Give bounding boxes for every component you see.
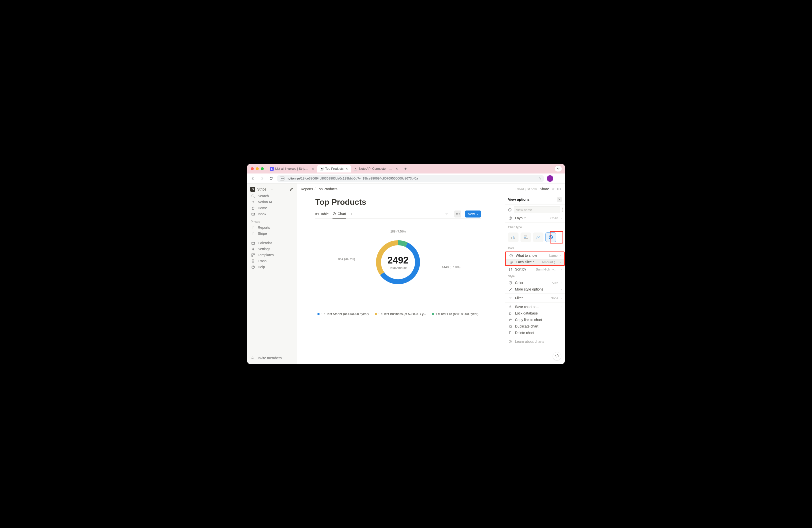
view-options-button[interactable]: ••• [454,210,461,218]
browser-tab-app[interactable]: A Note API Connector - App × [351,165,401,173]
back-button[interactable] [250,175,256,182]
share-button[interactable]: Share [540,187,549,191]
close-tab-icon[interactable]: × [395,167,398,171]
info-icon[interactable]: i [562,207,563,212]
sidebar-section-private: Private [248,217,296,224]
panel-row-delete[interactable]: Delete chart [505,329,565,336]
panel-row-what-to-show[interactable]: What to show Name › [506,252,564,259]
chart-total-value: 2492 [388,255,409,266]
breadcrumb-reports[interactable]: Reports [301,187,313,191]
sidebar-templates[interactable]: Templates [248,252,296,258]
sidebar-trash[interactable]: Trash [248,258,296,264]
sidebar-home[interactable]: Home [248,205,296,211]
topbar: Reports / Top Products Edited just now S… [297,184,565,194]
close-tab-icon[interactable]: × [311,167,315,171]
sidebar-label: Reports [258,225,270,230]
sidebar-inbox[interactable]: Inbox [248,211,296,217]
legend-item-pro[interactable]: 1 × Test Pro (at $188.00 / year) [432,312,478,316]
panel-row-lock[interactable]: Lock database [505,310,565,317]
page-more-button[interactable]: ••• [557,187,561,191]
panel-row-duplicate[interactable]: Duplicate chart [505,323,565,329]
view-tab-chart[interactable]: Chart [333,209,346,219]
gear-icon [251,247,255,251]
chevron-right-icon: › [561,268,562,271]
legend-label: 1 × Test Pro (at $188.00 / year) [435,312,478,316]
browser-menu-button[interactable]: ⋮ [556,175,562,182]
sidebar-label: Trash [258,259,266,263]
sidebar-page-reports[interactable]: Reports [248,224,296,231]
legend-item-business[interactable]: 1 × Test Business (at $288.00 / y... [375,312,426,316]
annotation-highlight: What to show Name › Each slice repres...… [505,251,565,266]
profile-avatar[interactable]: m [547,175,553,182]
bookmark-star-icon[interactable]: ☆ [538,176,541,180]
url-field[interactable]: ⊶ notion.so/19fce380694c80369883de0c139b… [277,175,544,182]
panel-row-more-style[interactable]: More style options › [505,286,565,293]
panel-row-each-slice[interactable]: Each slice repres... Amount (... › [506,259,564,265]
panel-row-save-as[interactable]: Save chart as... › [505,304,565,310]
chart-type-donut[interactable] [546,233,556,242]
maximize-window-button[interactable] [261,167,264,170]
sidebar-ai[interactable]: Notion AI [248,199,296,205]
new-tab-button[interactable]: + [402,165,409,172]
panel-section-style: Style [505,273,565,279]
breadcrumb-current[interactable]: Top Products [317,187,337,191]
panel-close-button[interactable]: ✕ [557,197,562,202]
sidebar-help[interactable]: Help [248,264,296,270]
close-window-button[interactable] [251,167,254,170]
sort-icon [508,267,512,271]
favorite-star-icon[interactable]: ☆ [551,187,555,191]
chart-type-bar[interactable] [508,233,519,242]
svg-rect-6 [251,255,253,256]
search-icon [251,194,255,198]
svg-rect-17 [513,236,514,239]
panel-label: Sort by [515,267,533,271]
chart-type-line[interactable] [533,233,543,242]
download-icon [508,305,512,308]
new-page-button[interactable] [289,187,294,192]
view-tab-table[interactable]: Table [315,209,329,219]
legend-item-starter[interactable]: 1 × Test Starter (at $144.00 / year) [318,312,369,316]
chart-type-hbar[interactable] [521,233,531,242]
browser-tab-stripe[interactable]: S List all invoices | Stripe API R × [267,165,317,173]
close-tab-icon[interactable]: × [345,167,348,171]
panel-row-color[interactable]: Color Auto › [505,279,565,286]
new-button[interactable]: New⌄ [465,210,481,218]
new-label: New [468,212,475,216]
workspace-switcher[interactable]: S Stripe ⌄ [248,186,296,193]
invite-members-button[interactable]: Invite members [248,354,296,362]
panel-row-layout[interactable]: Layout Chart › [505,215,565,221]
tabs-dropdown-button[interactable] [555,166,562,172]
svg-point-3 [252,249,254,250]
clock-icon [509,254,513,258]
url-host: notion.so [287,176,300,180]
reload-button[interactable] [268,175,274,182]
calendar-icon [251,241,255,245]
view-name-input[interactable] [514,206,560,213]
url-path: /19fce380694c80369883de0c139bbb5d?v=19fc… [300,176,418,180]
panel-row-filter[interactable]: Filter None › [505,295,565,301]
sidebar-search[interactable]: Search [248,193,296,199]
page-title[interactable]: Top Products [315,197,481,207]
panel-row-copy-link[interactable]: Copy link to chart [505,317,565,323]
home-icon [251,206,255,210]
browser-tab-notion[interactable]: N Top Products × [317,165,351,173]
panel-value: Amount (... [542,260,558,264]
view-tab-label: Table [320,212,329,216]
minimize-window-button[interactable] [256,167,259,170]
chart-label-business: 864 (34.7%) [338,257,355,261]
sidebar-calendar[interactable]: Calendar [248,240,296,246]
sidebar-label: Invite members [258,356,282,360]
panel-row-sort[interactable]: Sort by Sum High → Low › [505,266,565,273]
add-view-button[interactable]: + [350,212,352,216]
forward-button[interactable] [259,175,265,182]
view-tab-label: Chart [337,212,346,216]
svg-rect-27 [509,325,511,327]
sidebar-settings[interactable]: Settings [248,246,296,252]
svg-rect-28 [510,326,511,327]
panel-row-learn[interactable]: Learn about charts [505,338,565,345]
sidebar-label: Calendar [258,241,272,245]
sidebar-page-stripe[interactable]: Stripe [248,231,296,236]
site-info-icon[interactable]: ⊶ [280,176,285,180]
ai-fab-button[interactable] [553,352,561,361]
filter-button[interactable] [443,210,450,218]
